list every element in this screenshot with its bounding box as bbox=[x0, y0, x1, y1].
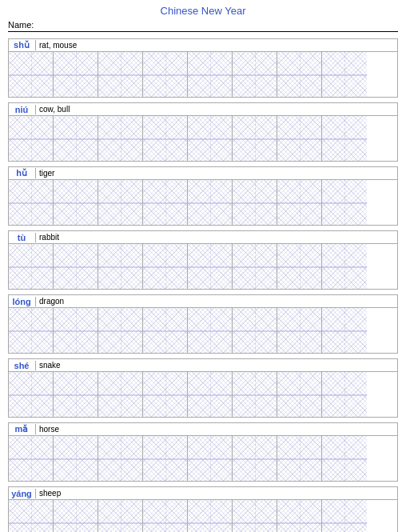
char-cell[interactable] bbox=[143, 372, 188, 417]
char-cell[interactable] bbox=[143, 116, 188, 161]
char-cell[interactable] bbox=[322, 436, 367, 481]
char-cell[interactable] bbox=[277, 52, 322, 97]
char-cell[interactable] bbox=[9, 244, 54, 289]
char-cell[interactable] bbox=[9, 180, 54, 225]
char-cell[interactable] bbox=[188, 244, 233, 289]
char-cell[interactable] bbox=[143, 436, 188, 481]
char-cell[interactable] bbox=[322, 180, 367, 225]
char-cell[interactable] bbox=[54, 244, 98, 289]
char-cell[interactable] bbox=[54, 436, 98, 481]
char-cell[interactable] bbox=[277, 436, 322, 481]
char-cell[interactable] bbox=[322, 116, 367, 161]
char-cell[interactable] bbox=[322, 52, 367, 97]
cell-vline bbox=[76, 372, 77, 417]
char-cell[interactable] bbox=[98, 52, 143, 97]
char-cell[interactable] bbox=[143, 308, 188, 353]
chinese-label-5: shé bbox=[10, 361, 36, 370]
char-cell[interactable] bbox=[98, 372, 143, 417]
chinese-label-1: niú bbox=[10, 105, 36, 114]
char-cell[interactable] bbox=[277, 308, 322, 353]
char-cell[interactable] bbox=[9, 116, 54, 161]
cell-vline bbox=[210, 372, 211, 417]
cell-vline bbox=[165, 180, 166, 225]
char-cell[interactable] bbox=[322, 244, 367, 289]
chinese-label-2: hǔ bbox=[10, 168, 36, 178]
char-cell[interactable] bbox=[54, 52, 98, 97]
char-cell[interactable] bbox=[9, 308, 54, 353]
char-cell[interactable] bbox=[98, 308, 143, 353]
char-cell[interactable] bbox=[188, 116, 233, 161]
char-cell[interactable] bbox=[188, 308, 233, 353]
cell-vline bbox=[31, 180, 32, 225]
char-cell[interactable] bbox=[54, 116, 98, 161]
char-cell[interactable] bbox=[98, 244, 143, 289]
row-block-7: yángsheep bbox=[8, 486, 398, 532]
char-cell[interactable] bbox=[277, 116, 322, 161]
cell-vline bbox=[300, 436, 301, 481]
cell-vline bbox=[210, 500, 211, 532]
cells-row-4 bbox=[9, 308, 397, 353]
char-cell[interactable] bbox=[188, 372, 233, 417]
char-cell[interactable] bbox=[54, 500, 98, 532]
row-label-bar-1: niúcow, bull bbox=[9, 103, 397, 116]
char-cell[interactable] bbox=[9, 52, 54, 97]
char-cell[interactable] bbox=[277, 244, 322, 289]
name-label: Name: bbox=[8, 20, 34, 30]
char-cell[interactable] bbox=[188, 436, 233, 481]
char-cell[interactable] bbox=[143, 52, 188, 97]
char-cell[interactable] bbox=[188, 52, 233, 97]
cell-vline bbox=[165, 116, 166, 161]
char-cell[interactable] bbox=[54, 308, 98, 353]
cell-vline bbox=[300, 52, 301, 97]
char-cell[interactable] bbox=[233, 308, 277, 353]
char-cell[interactable] bbox=[9, 372, 54, 417]
cell-vline bbox=[31, 372, 32, 417]
char-cell[interactable] bbox=[233, 180, 277, 225]
char-cell[interactable] bbox=[9, 436, 54, 481]
cell-vline bbox=[300, 372, 301, 417]
row-block-5: shésnake bbox=[8, 358, 398, 418]
char-cell[interactable] bbox=[188, 500, 233, 532]
char-cell[interactable] bbox=[54, 180, 98, 225]
cell-vline bbox=[31, 116, 32, 161]
char-cell[interactable] bbox=[98, 116, 143, 161]
cell-vline bbox=[255, 500, 256, 532]
char-cell[interactable] bbox=[143, 180, 188, 225]
char-cell[interactable] bbox=[188, 180, 233, 225]
char-cell[interactable] bbox=[322, 308, 367, 353]
pinyin-label-4: dragon bbox=[36, 297, 64, 306]
char-cell[interactable] bbox=[322, 500, 367, 532]
chinese-label-4: lóng bbox=[10, 297, 36, 306]
cell-vline bbox=[121, 500, 121, 532]
char-cell[interactable] bbox=[98, 436, 143, 481]
chinese-label-7: yáng bbox=[10, 489, 36, 498]
char-cell[interactable] bbox=[233, 500, 277, 532]
pinyin-label-0: rat, mouse bbox=[36, 41, 77, 50]
char-cell[interactable] bbox=[233, 116, 277, 161]
pinyin-label-5: snake bbox=[36, 361, 61, 370]
cell-vline bbox=[121, 180, 121, 225]
char-cell[interactable] bbox=[98, 500, 143, 532]
cells-row-2 bbox=[9, 180, 397, 225]
cell-vline bbox=[344, 372, 345, 417]
cell-vline bbox=[76, 308, 77, 353]
row-block-6: mǎhorse bbox=[8, 422, 398, 482]
cell-vline bbox=[210, 52, 211, 97]
char-cell[interactable] bbox=[9, 500, 54, 532]
char-cell[interactable] bbox=[233, 52, 277, 97]
char-cell[interactable] bbox=[143, 244, 188, 289]
char-cell[interactable] bbox=[143, 500, 188, 532]
char-cell[interactable] bbox=[233, 372, 277, 417]
row-label-bar-0: shǔrat, mouse bbox=[9, 39, 397, 52]
cell-vline bbox=[255, 52, 256, 97]
char-cell[interactable] bbox=[54, 372, 98, 417]
char-cell[interactable] bbox=[233, 436, 277, 481]
char-cell[interactable] bbox=[233, 244, 277, 289]
cell-vline bbox=[31, 308, 32, 353]
char-cell[interactable] bbox=[277, 180, 322, 225]
char-cell[interactable] bbox=[277, 500, 322, 532]
char-cell[interactable] bbox=[322, 372, 367, 417]
row-block-0: shǔrat, mouse bbox=[8, 38, 398, 98]
char-cell[interactable] bbox=[98, 180, 143, 225]
char-cell[interactable] bbox=[277, 372, 322, 417]
